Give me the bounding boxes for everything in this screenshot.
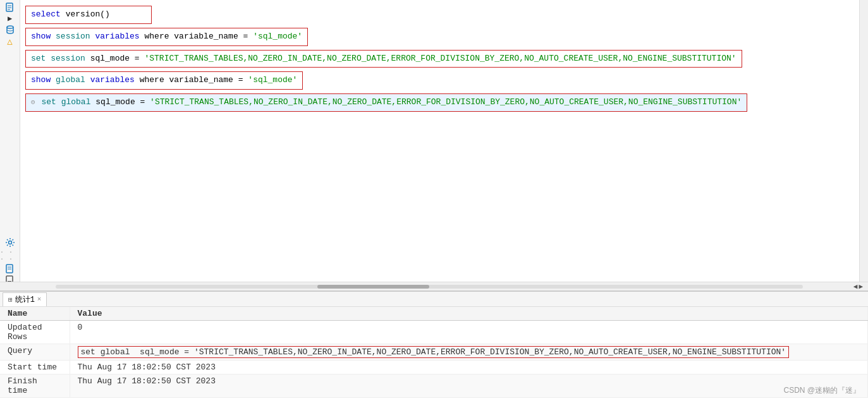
stats-tab[interactable]: ⊞ 统计1 × [3,292,47,306]
table-header-row: Name Value [0,307,868,321]
scroll-track[interactable] [56,285,803,289]
sidebar-icon-gear[interactable] [3,237,17,248]
query-value-text: set global sql_mode = 'STRICT_TRANS_TABL… [78,346,790,358]
sql-block-5[interactable]: ⊝ set global sql_mode = 'STRICT_TRANS_TA… [25,93,747,112]
sql-block-3[interactable]: set session sql_mode = 'STRICT_TRANS_TAB… [25,50,742,68]
horizontal-scroll-area[interactable]: ◀ ▶ [0,282,868,290]
sidebar-icon-warning[interactable]: △ [3,36,17,47]
scroll-right-arrow[interactable]: ▶ [859,282,863,290]
sidebar-icon-arrow[interactable]: ▶ [3,14,17,23]
table-row: Updated Rows 0 [0,321,868,344]
sidebar-icon-db[interactable] [3,25,17,35]
sidebar-dots: · · · · [0,249,20,263]
table-icon: ⊞ [8,296,13,304]
scroll-left-arrow[interactable]: ◀ [853,282,858,290]
row-name-updated: Updated Rows [0,321,70,344]
sql-block-2[interactable]: show session variables where variable_na… [25,28,308,46]
sql-block-4[interactable]: show global variables where variable_nam… [25,71,303,90]
row-name-finish: Finish time [0,374,70,398]
header-value: Value [70,307,868,321]
tab-label: 统计1 [15,294,35,305]
row-name-query: Query [0,344,70,361]
svg-point-4 [7,26,13,28]
watermark: CSDN @迷糊的『迷』 [783,385,860,396]
sidebar-icon-doc1[interactable] [3,264,17,274]
editor-content[interactable]: select version() show session variables … [20,0,859,282]
row-value-updated: 0 [70,321,868,344]
collapse-icon[interactable]: ⊝ [31,99,35,106]
bottom-panel: ⊞ 统计1 × Name Value Updated Rows 0 [0,290,868,401]
bottom-table: Name Value Updated Rows 0 Query set glob… [0,307,868,401]
sidebar-icon-file[interactable] [3,3,17,13]
table-row: Query set global sql_mode = 'STRICT_TRAN… [0,344,868,361]
sql-line-3: set session sql_mode = 'STRICT_TRANS_TAB… [31,52,737,66]
header-name: Name [0,307,70,321]
row-value-start: Thu Aug 17 18:02:50 CST 2023 [70,361,868,374]
sql-block-1[interactable]: select version() [25,6,152,24]
scroll-thumb[interactable] [317,285,429,289]
bottom-tabs: ⊞ 统计1 × [0,292,868,307]
editor-wrapper: ▶ △ · · · · [0,0,868,282]
sql-line-2: show session variables where variable_na… [31,30,302,44]
sql-line-5: ⊝ set global sql_mode = 'STRICT_TRANS_TA… [31,96,742,109]
left-sidebar: ▶ △ · · · · [0,0,20,282]
row-name-start: Start time [0,361,70,374]
row-value-query: set global sql_mode = 'STRICT_TRANS_TABL… [70,344,868,361]
sql-line-1: select version() [31,8,146,21]
main-container: ▶ △ · · · · [0,0,868,401]
result-table: Name Value Updated Rows 0 Query set glob… [0,307,868,398]
table-row: Finish time Thu Aug 17 18:02:50 CST 2023 [0,374,868,398]
scroll-arrows: ◀ ▶ [853,282,863,290]
svg-point-5 [8,241,11,244]
tab-close-button[interactable]: × [37,296,42,303]
table-row: Start time Thu Aug 17 18:02:50 CST 2023 [0,361,868,374]
row-value-finish: Thu Aug 17 18:02:50 CST 2023 [70,374,868,398]
right-scrollbar[interactable] [859,0,868,282]
sql-line-4: show global variables where variable_nam… [31,74,297,87]
